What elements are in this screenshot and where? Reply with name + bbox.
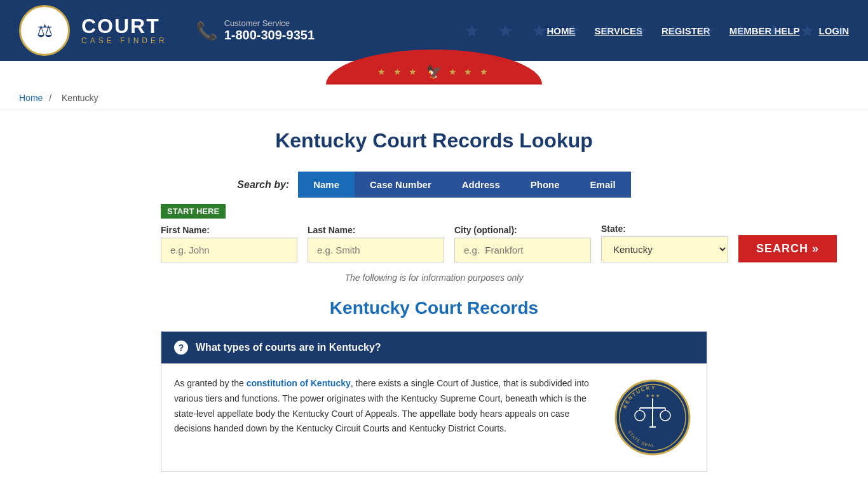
logo-text: COURT CASE FINDER	[72, 13, 177, 48]
nav-home[interactable]: HOME	[546, 25, 575, 36]
customer-service-phone: 1-800-309-9351	[224, 28, 315, 43]
breadcrumb-current: Kentucky	[62, 93, 98, 103]
stars-right: ★ ★ ★	[449, 67, 491, 77]
main-nav: HOME SERVICES REGISTER MEMBER HELP LOGIN	[546, 25, 849, 36]
city-input[interactable]	[454, 238, 591, 262]
tab-phone[interactable]: Phone	[515, 172, 575, 198]
faq-body-link[interactable]: constitution of Kentucky	[247, 378, 351, 388]
last-name-group: Last Name:	[308, 225, 444, 262]
breadcrumb-home[interactable]: Home	[19, 93, 43, 103]
search-form: First Name: Last Name: City (optional): …	[161, 224, 707, 262]
nav-register[interactable]: REGISTER	[661, 25, 710, 36]
faq-body: As granted by the constitution of Kentuc…	[161, 363, 707, 471]
phone-icon: 📞	[196, 20, 218, 41]
first-name-input[interactable]	[161, 238, 297, 262]
faq-item: ? What types of courts are in Kentucky? …	[161, 331, 707, 472]
state-label: State:	[601, 224, 728, 234]
city-group: City (optional):	[454, 225, 591, 262]
faq-question: What types of courts are in Kentucky?	[196, 342, 381, 353]
faq-question-icon: ?	[174, 341, 188, 355]
eagle-area: ★ ★ ★ 🦅 ★ ★ ★	[377, 64, 491, 79]
kentucky-seal: KENTUCKY STATE SEAL ★ ★ ★	[611, 376, 694, 459]
stars-left: ★ ★ ★	[377, 67, 420, 77]
tab-name[interactable]: Name	[298, 172, 355, 198]
breadcrumb-separator: /	[49, 93, 51, 103]
nav-login[interactable]: LOGIN	[819, 25, 850, 36]
breadcrumb: Home / Kentucky	[0, 86, 868, 110]
tab-address[interactable]: Address	[447, 172, 515, 198]
faq-header[interactable]: ? What types of courts are in Kentucky?	[161, 332, 707, 363]
last-name-label: Last Name:	[308, 225, 444, 235]
customer-service: 📞 Customer Service 1-800-309-9351	[196, 18, 315, 43]
start-here-badge: START HERE	[161, 204, 226, 219]
eagle-icon: 🦅	[426, 64, 442, 79]
info-text: The following is for information purpose…	[161, 273, 707, 283]
section-title: Kentucky Court Records	[161, 298, 707, 318]
search-button[interactable]: SEARCH »	[738, 235, 837, 262]
city-label: City (optional):	[454, 225, 591, 235]
logo-icon: ⚖	[19, 5, 70, 56]
header-divider: ★ ★ ★ 🦅 ★ ★ ★	[0, 61, 868, 86]
search-by-row: Search by: Name Case Number Address Phon…	[161, 172, 707, 198]
main-content: Kentucky Court Records Lookup Search by:…	[148, 110, 720, 485]
nav-member-help[interactable]: MEMBER HELP	[729, 25, 800, 36]
logo-court-text: COURT	[81, 16, 168, 36]
tab-email[interactable]: Email	[575, 172, 631, 198]
state-group: State: Kentucky Alabama Alaska Arizona A…	[601, 224, 728, 262]
customer-service-label: Customer Service	[224, 18, 315, 28]
page-title: Kentucky Court Records Lookup	[161, 129, 707, 152]
nav-services[interactable]: SERVICES	[594, 25, 642, 36]
faq-body-text-1: As granted by the	[174, 378, 247, 388]
last-name-input[interactable]	[308, 238, 444, 262]
logo-case-finder-text: CASE FINDER	[81, 36, 168, 45]
state-select[interactable]: Kentucky Alabama Alaska Arizona Arkansas…	[601, 236, 728, 262]
tab-case-number[interactable]: Case Number	[355, 172, 447, 198]
svg-text:★ ★ ★: ★ ★ ★	[646, 393, 660, 398]
logo[interactable]: ⚖ COURT CASE FINDER	[19, 5, 177, 56]
first-name-group: First Name:	[161, 225, 297, 262]
search-by-label: Search by:	[237, 179, 289, 191]
faq-body-text: As granted by the constitution of Kentuc…	[174, 376, 599, 459]
first-name-label: First Name:	[161, 225, 297, 235]
